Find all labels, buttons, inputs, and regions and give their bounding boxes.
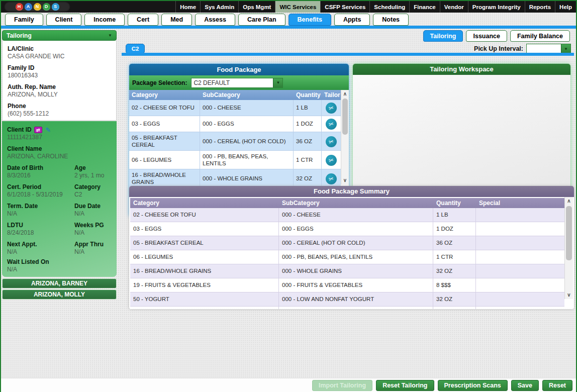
cell-special <box>476 278 564 292</box>
tailor-button[interactable]: ✂ <box>326 155 337 166</box>
client-name-label: Client Name <box>7 145 112 152</box>
summary-row: 03 - EGGS000 - EGGS1 DOZ <box>130 222 564 236</box>
logo-hand-n: N <box>34 3 41 11</box>
pickup-interval-value <box>527 44 561 53</box>
tailor-button[interactable]: ✂ <box>326 119 337 130</box>
summary-row: 05 - BREAKFAST CEREAL000 - CEREAL (HOT O… <box>130 236 564 250</box>
menu-item-finance[interactable]: Finance <box>409 1 439 13</box>
field-appr-thru: Appr ThruN/A <box>69 238 117 257</box>
package-selection-value: C2 DEFAULT <box>191 78 273 87</box>
cell-empty <box>476 307 564 309</box>
scroll-down-icon[interactable]: ∨ <box>341 176 349 184</box>
tab-client[interactable]: Client <box>46 14 82 26</box>
menu-item-scheduling[interactable]: Scheduling <box>369 1 409 13</box>
subtab-family-balance[interactable]: Family Balance <box>510 30 570 42</box>
food-package-row: 03 - EGGS000 - EGGS1 DOZ✂ <box>129 116 341 132</box>
food-package-scrollbar[interactable]: ∧ ∨ <box>341 90 349 184</box>
category-tab-c2[interactable]: C2 <box>126 44 145 54</box>
field-label: Cert. Period <box>7 183 67 190</box>
menu-item-help[interactable]: Help <box>555 1 576 13</box>
summary-row: 50 - YOGURT000 - LOW AND NONFAT YOGURT32… <box>130 292 564 307</box>
menu-item-csfp-services[interactable]: CSFP Services <box>320 1 369 13</box>
menu-item-wic-services[interactable]: WIC Services <box>275 1 320 13</box>
tab-income[interactable]: Income <box>84 14 125 26</box>
cell-tailor: ✂ <box>322 169 341 187</box>
package-selection-label: Package Selection: <box>132 79 187 86</box>
tab-family[interactable]: Family <box>5 14 43 26</box>
reset-tailoring-button[interactable]: Reset Tailoring <box>376 380 434 391</box>
subtab-tailoring[interactable]: Tailoring <box>423 30 463 42</box>
sidebar-section-dropdown[interactable]: Tailoring ▼ <box>2 30 117 41</box>
family-member-button-arizona-barney[interactable]: ARIZONA, BARNEY <box>2 278 117 288</box>
field-value: 2 yrs, 1 mo <box>74 172 117 179</box>
tab-cert[interactable]: Cert <box>128 14 158 26</box>
scroll-track[interactable] <box>565 205 573 291</box>
content-divider-bar <box>122 53 574 56</box>
cell-category: 05 - BREAKFAST CEREAL <box>129 132 200 150</box>
summary-table-body: 02 - CHEESE OR TOFU000 - CHEESE1 LB03 - … <box>130 208 564 309</box>
tailor-button[interactable]: ✂ <box>326 136 337 147</box>
summary-row <box>130 307 564 309</box>
menu-item-reports[interactable]: Reports <box>525 1 555 13</box>
field-value: (602) 555-1212 <box>8 110 111 117</box>
prescription-scans-button[interactable]: Prescription Scans <box>438 380 508 391</box>
scroll-up-icon[interactable]: ∧ <box>565 197 573 205</box>
scroll-thumb[interactable] <box>342 99 348 135</box>
family-info-box: LA/ClinicCASA GRANDE WICFamily ID1800163… <box>2 41 117 121</box>
package-selection-dropdown-button[interactable]: ▼ <box>273 78 282 87</box>
cell-category: 02 - CHEESE OR TOFU <box>130 208 279 222</box>
field-label: Family ID <box>8 64 111 71</box>
logo-hand-h: H <box>16 3 23 11</box>
summary-row: 06 - LEGUMES000 - PB, BEANS, PEAS, LENTI… <box>130 250 564 264</box>
tab-med[interactable]: Med <box>161 14 192 26</box>
field-value: N/A <box>7 210 67 217</box>
save-button[interactable]: Save <box>511 380 539 391</box>
tailor-button[interactable]: ✂ <box>326 173 337 184</box>
swap-client-icon[interactable]: ⇄ <box>34 127 42 133</box>
edit-client-icon[interactable]: ✎ <box>45 127 52 133</box>
summary-scrollbar[interactable]: ∧ ∨ <box>564 197 573 299</box>
package-selection-select[interactable]: C2 DEFAULT ▼ <box>191 78 283 88</box>
food-package-table-header: CategorySubCategoryQuantityTailor <box>129 90 349 100</box>
field-value: CASA GRANDE WIC <box>8 53 111 60</box>
tailor-button[interactable]: ✂ <box>326 103 337 114</box>
scroll-track[interactable] <box>341 98 349 176</box>
cell-quantity: 36 OZ <box>433 236 476 250</box>
scroll-thumb[interactable] <box>566 206 572 260</box>
cell-tailor: ✂ <box>322 151 341 169</box>
menu-item-sys-admin[interactable]: Sys Admin <box>200 1 238 13</box>
family-member-button-arizona-molly[interactable]: ARIZONA, MOLLY <box>2 289 117 300</box>
family-member-buttons: ARIZONA, BARNEYARIZONA, MOLLY <box>2 278 117 300</box>
field-label: Term. Date <box>7 203 67 210</box>
menu-item-vendor[interactable]: Vendor <box>440 1 468 13</box>
tab-benefits[interactable]: Benefits <box>288 14 331 26</box>
field-la-clinic: LA/ClinicCASA GRANDE WIC <box>3 43 116 62</box>
menu-item-program-integrity[interactable]: Program Integrity <box>468 1 525 13</box>
reset-button[interactable]: Reset <box>542 380 572 391</box>
field-auth-rep-name: Auth. Rep. NameARIZONA, MOLLY <box>3 81 116 100</box>
sidebar-section-label: Tailoring <box>7 32 32 39</box>
pickup-interval-label: Pick Up Interval: <box>474 45 523 52</box>
cell-category: 05 - BREAKFAST CEREAL <box>130 236 279 250</box>
subtab-issuance[interactable]: Issuance <box>466 30 507 42</box>
menu-item-home[interactable]: Home <box>175 1 200 13</box>
field-label: Next Appt. <box>7 241 67 248</box>
main-content: TailoringIssuanceFamily Balance C2 Pick … <box>118 29 577 378</box>
tab-appts[interactable]: Appts <box>334 14 370 26</box>
tab-notes[interactable]: Notes <box>373 14 409 26</box>
logo-hand-a: A <box>25 3 32 11</box>
cell-quantity: 1 DOZ <box>294 116 322 132</box>
scroll-down-icon[interactable]: ∨ <box>565 291 573 299</box>
scroll-up-icon[interactable]: ∧ <box>341 90 349 98</box>
pickup-interval-select[interactable]: ▼ <box>526 44 571 54</box>
pickup-interval-dropdown-button[interactable]: ▼ <box>561 44 570 53</box>
tab-care-plan[interactable]: Care Plan <box>238 14 285 26</box>
field-category: CategoryC2 <box>69 181 117 200</box>
column-header-quantity: Quantity <box>433 198 476 208</box>
cell-subcategory: 000 - CHEESE <box>279 208 433 222</box>
tab-assess[interactable]: Assess <box>195 14 235 26</box>
cell-quantity: 32 OZ <box>433 264 476 278</box>
menu-item-ops-mgmt[interactable]: Ops Mgmt <box>238 1 275 13</box>
field-next-appt: Next Appt.N/A <box>2 238 67 257</box>
sidebar: Tailoring ▼ LA/ClinicCASA GRANDE WICFami… <box>2 30 117 300</box>
